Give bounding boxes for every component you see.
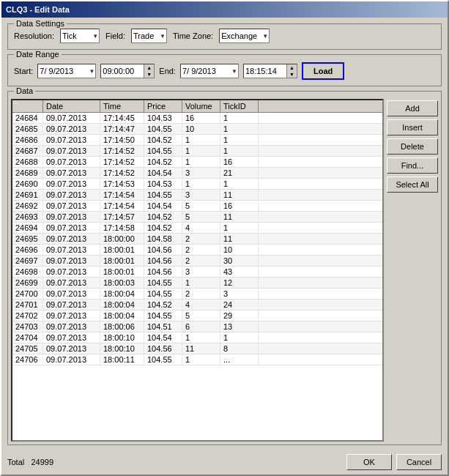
cell-volume: 4	[182, 300, 220, 310]
cell-id: 24695	[12, 234, 43, 244]
start-time-up-icon[interactable]: ▲	[144, 64, 154, 71]
end-time-spinner[interactable]: ▲ ▼	[286, 64, 297, 78]
cell-volume: 10	[182, 124, 220, 134]
cell-time: 17:14:45	[100, 113, 144, 123]
col-header-volume: Volume	[182, 100, 220, 112]
table-row[interactable]: 24694 09.07.2013 17:14:58 104.52 4 1	[12, 223, 382, 234]
cell-price: 104.54	[144, 332, 182, 343]
cell-id: 24697	[12, 256, 43, 266]
table-row[interactable]: 24690 09.07.2013 17:14:53 104.53 1 1	[12, 179, 382, 190]
cell-time: 18:00:10	[100, 332, 144, 343]
cell-id: 24706	[12, 354, 43, 365]
start-time-down-icon[interactable]: ▼	[144, 71, 154, 78]
cell-id: 24700	[12, 289, 43, 299]
ok-button[interactable]: OK	[346, 454, 392, 470]
table-row[interactable]: 24703 09.07.2013 18:00:06 104.51 6 13	[12, 321, 382, 332]
start-time-input[interactable]	[101, 64, 144, 78]
cell-tickid: 1	[220, 179, 259, 189]
resolution-select[interactable]: Tick 1 Min 5 Min 15 Min 30 Min Hour Day	[60, 29, 100, 43]
cell-price: 104.53	[144, 179, 182, 189]
cancel-button[interactable]: Cancel	[396, 454, 442, 470]
timezone-select[interactable]: Exchange Local UTC	[219, 29, 270, 43]
cell-price: 104.55	[144, 289, 182, 299]
end-time-input[interactable]	[244, 64, 286, 78]
date-range-label: Date Range	[14, 50, 62, 59]
end-time-up-icon[interactable]: ▲	[287, 64, 297, 71]
table-row[interactable]: 24692 09.07.2013 17:14:54 104.54 5 16	[12, 201, 382, 212]
table-row[interactable]: 24698 09.07.2013 18:00:01 104.56 3 43	[12, 267, 382, 278]
cell-id: 24689	[12, 168, 43, 178]
table-row[interactable]: 24693 09.07.2013 17:14:57 104.52 5 11	[12, 212, 382, 223]
cell-volume: 1	[182, 157, 220, 167]
cell-volume: 1	[182, 179, 220, 189]
cell-id: 24685	[12, 124, 43, 134]
table-row[interactable]: 24685 09.07.2013 17:14:47 104.55 10 1	[12, 124, 382, 135]
insert-button[interactable]: Insert	[387, 119, 438, 135]
table-row[interactable]: 24695 09.07.2013 18:00:00 104.58 2 11	[12, 234, 382, 245]
cell-tickid: 43	[220, 267, 259, 277]
end-date-wrap: ▼	[180, 64, 239, 78]
table-row[interactable]: 24706 09.07.2013 18:00:11 104.55 1 ...	[12, 354, 382, 365]
table-row[interactable]: 24699 09.07.2013 18:00:03 104.55 1 12	[12, 278, 382, 289]
cell-volume: 1	[182, 146, 220, 156]
col-header-tickid: TickID	[220, 100, 259, 112]
cell-tickid: 1	[220, 223, 259, 233]
cell-time: 17:14:47	[100, 124, 144, 134]
side-buttons: Add Insert Delete Find... Select All	[387, 99, 438, 442]
find-button[interactable]: Find...	[387, 157, 438, 174]
start-date-input[interactable]	[37, 64, 96, 78]
cell-time: 18:00:01	[100, 256, 144, 266]
timezone-dropdown-wrap: Exchange Local UTC ▼	[219, 29, 270, 43]
cell-time: 17:14:50	[100, 135, 144, 145]
cell-id: 24693	[12, 212, 43, 222]
footer: Total 24999 OK Cancel	[1, 451, 448, 475]
table-header: Date Time Price Volume TickID	[12, 100, 382, 113]
table-row[interactable]: 24704 09.07.2013 18:00:10 104.54 1 1	[12, 332, 382, 343]
table-body[interactable]: 24684 09.07.2013 17:14:45 104.53 16 1 24…	[12, 113, 382, 440]
cell-time: 18:00:01	[100, 245, 144, 255]
table-row[interactable]: 24688 09.07.2013 17:14:52 104.52 1 16	[12, 157, 382, 168]
cell-date: 09.07.2013	[43, 168, 100, 178]
cell-date: 09.07.2013	[43, 289, 100, 299]
cell-price: 104.55	[144, 146, 182, 156]
table-row[interactable]: 24700 09.07.2013 18:00:04 104.55 2 3	[12, 289, 382, 300]
cell-tickid: 11	[220, 190, 259, 200]
table-row[interactable]: 24696 09.07.2013 18:00:01 104.56 2 10	[12, 245, 382, 256]
cell-volume: 2	[182, 234, 220, 244]
cell-id: 24702	[12, 310, 43, 321]
field-select[interactable]: Trade Bid Ask	[131, 29, 167, 43]
cell-price: 104.52	[144, 135, 182, 145]
add-button[interactable]: Add	[387, 100, 438, 116]
cell-tickid: 10	[220, 245, 259, 255]
total-label: Total	[7, 458, 24, 466]
cell-volume: 1	[182, 354, 220, 365]
data-settings-group: Data Settings Resolution: Tick 1 Min 5 M…	[7, 23, 442, 50]
cell-tickid: 1	[220, 113, 259, 123]
delete-button[interactable]: Delete	[387, 138, 438, 155]
table-row[interactable]: 24705 09.07.2013 18:00:10 104.56 11 8	[12, 343, 382, 354]
table-row[interactable]: 24702 09.07.2013 18:00:04 104.55 5 29	[12, 310, 382, 321]
cell-date: 09.07.2013	[43, 343, 100, 354]
table-row[interactable]: 24691 09.07.2013 17:14:54 104.55 3 11	[12, 190, 382, 201]
cell-volume: 4	[182, 223, 220, 233]
end-time-down-icon[interactable]: ▼	[287, 71, 297, 78]
table-row[interactable]: 24689 09.07.2013 17:14:52 104.54 3 21	[12, 168, 382, 179]
cell-price: 104.56	[144, 256, 182, 266]
table-row[interactable]: 24697 09.07.2013 18:00:01 104.56 2 30	[12, 256, 382, 267]
select-all-button[interactable]: Select All	[387, 176, 438, 193]
cell-tickid: 11	[220, 234, 259, 244]
cell-tickid: 24	[220, 300, 259, 310]
cell-tickid: 11	[220, 212, 259, 222]
table-row[interactable]: 24701 09.07.2013 18:00:04 104.52 4 24	[12, 300, 382, 310]
table-row[interactable]: 24686 09.07.2013 17:14:50 104.52 1 1	[12, 135, 382, 146]
table-row[interactable]: 24687 09.07.2013 17:14:52 104.55 1 1	[12, 146, 382, 157]
cell-price: 104.55	[144, 190, 182, 200]
load-button[interactable]: Load	[302, 62, 344, 80]
table-row[interactable]: 24684 09.07.2013 17:14:45 104.53 16 1	[12, 113, 382, 124]
cell-date: 09.07.2013	[43, 223, 100, 233]
start-time-spinner[interactable]: ▲ ▼	[144, 64, 154, 78]
end-date-input[interactable]	[180, 64, 239, 78]
cell-volume: 5	[182, 212, 220, 222]
cell-date: 09.07.2013	[43, 256, 100, 266]
cell-volume: 3	[182, 267, 220, 277]
